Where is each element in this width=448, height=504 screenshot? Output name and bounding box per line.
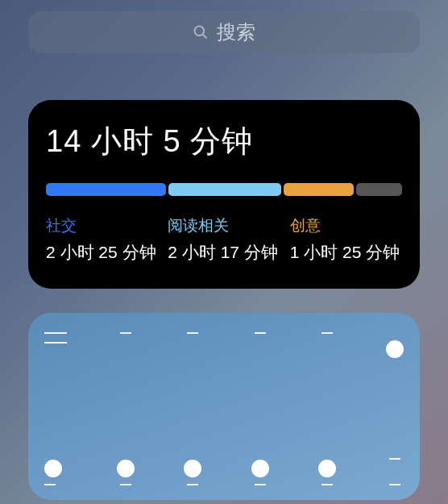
weather-placeholder-line [120, 332, 131, 334]
weather-hour-col [44, 332, 67, 485]
svg-point-0 [195, 27, 205, 36]
svg-line-1 [203, 35, 207, 39]
weather-placeholder-line [255, 484, 266, 485]
category-social: 社交 2 小时 25 分钟 [46, 215, 158, 264]
weather-hour-col [251, 332, 269, 485]
weather-hour-col [184, 332, 201, 485]
weather-condition-icon [184, 460, 201, 477]
category-creative: 创意 1 小时 25 分钟 [290, 215, 402, 264]
bar-segment-creative [284, 183, 355, 196]
weather-placeholder-line [187, 332, 198, 334]
category-time: 2 小时 25 分钟 [46, 241, 158, 264]
category-reading: 阅读相关 2 小时 17 分钟 [168, 215, 280, 264]
search-placeholder: 搜索 [217, 19, 255, 45]
weather-hour-col [318, 332, 336, 485]
weather-hour-col [117, 332, 135, 485]
weather-condition-icon [386, 340, 404, 358]
category-label: 社交 [46, 215, 158, 236]
weather-placeholder-line [44, 332, 67, 334]
weather-placeholder-line [120, 484, 131, 485]
category-time: 1 小时 25 分钟 [290, 241, 402, 264]
usage-bar-chart [46, 183, 402, 196]
category-label: 创意 [290, 215, 402, 236]
search-bar[interactable]: 搜索 [28, 11, 420, 53]
screen-time-widget[interactable]: 14 小时 5 分钟 社交 2 小时 25 分钟 阅读相关 2 小时 17 分钟… [28, 100, 420, 289]
weather-hour-col [386, 332, 404, 485]
category-time: 2 小时 17 分钟 [168, 241, 280, 264]
weather-widget[interactable] [28, 313, 420, 500]
weather-placeholder-line [321, 332, 333, 334]
weather-condition-icon [251, 460, 269, 477]
weather-condition-icon [318, 460, 336, 477]
weather-placeholder-line [321, 484, 333, 485]
weather-condition-icon [117, 460, 135, 477]
weather-placeholder-line [389, 458, 400, 460]
weather-placeholder-line [44, 484, 56, 485]
category-list: 社交 2 小时 25 分钟 阅读相关 2 小时 17 分钟 创意 1 小时 25… [46, 215, 402, 264]
bar-segment-other [356, 183, 402, 196]
weather-condition-icon [44, 460, 62, 477]
weather-placeholder-line [389, 484, 400, 485]
category-label: 阅读相关 [168, 215, 280, 236]
weather-placeholder-line [187, 484, 198, 485]
bar-segment-social [46, 183, 166, 196]
weather-placeholder-line [44, 342, 67, 344]
weather-placeholder-line [255, 332, 266, 334]
total-screen-time: 14 小时 5 分钟 [46, 121, 402, 162]
search-icon [193, 24, 209, 40]
bar-segment-reading [168, 183, 280, 196]
